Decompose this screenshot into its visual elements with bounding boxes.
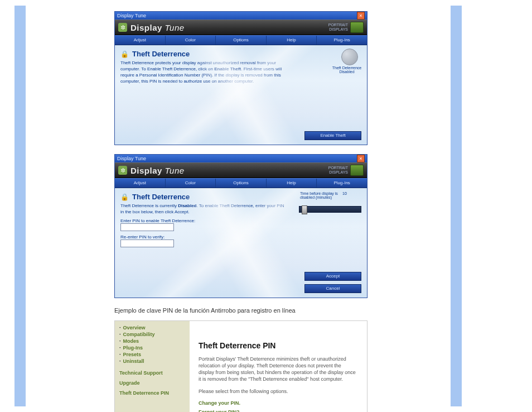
brand-vendor: PORTRAIT DISPLAYS [328,23,348,32]
brand-right: PORTRAIT DISPLAYS [328,165,364,176]
timer-value: 10 [342,191,347,195]
sidebar-item-compatibility[interactable]: Compatibility [119,331,185,338]
close-icon[interactable]: × [357,12,365,20]
link-forgot-pin[interactable]: Forgot your PIN? [199,409,358,412]
tab-adjust[interactable]: Adjust [115,179,166,188]
brand-name: Display [130,166,162,175]
section-heading: 🔒 Theft Deterrence [120,50,361,58]
enable-theft-button[interactable]: Enable Theft [304,131,361,140]
sidebar-item-plugins[interactable]: Plug-Ins [119,344,185,351]
timer-box: Time before display is disabled (minutes… [300,191,361,199]
shield-icon [341,49,358,65]
lock-icon: 🔒 [120,193,129,201]
button-row: Accept Cancel [304,272,361,293]
shield-status: Theft Deterrence Disabled [330,66,364,74]
brand-menu-button[interactable] [350,165,364,176]
brand-text: Display Tune [130,166,185,175]
button-row: Enable Theft [304,131,361,140]
tab-color[interactable]: Color [166,36,216,45]
pin-enter-label: Enter PIN to enable Theft Deterrence: [120,218,361,223]
slider-handle[interactable] [302,205,307,214]
link-change-pin[interactable]: Change your PIN. [199,400,358,406]
page-instruction: Please select from the following options… [199,388,358,395]
web-main: Theft Deterrence PIN Portrait Displays' … [190,321,367,412]
tab-adjust[interactable]: Adjust [115,36,166,45]
sidebar-link-support[interactable]: Technical Support [119,370,185,376]
sidebar-item-presets[interactable]: Presets [119,351,185,358]
pin-verify-label: Re-enter PIN to verify: [120,234,361,239]
brand-tune: Tune [165,166,185,175]
sidebar-link-upgrade[interactable]: Upgrade [119,380,185,386]
brand-menu-button[interactable] [350,22,364,33]
display-tune-window-1: Display Tune × ✲ Display Tune PORTRAIT D… [114,11,367,145]
brand-name: Display [130,23,162,32]
tab-color[interactable]: Color [166,179,216,188]
heading-text: Theft Deterrence [132,50,190,58]
window-body: 🔒 Theft Deterrence Theft Deterrence prot… [115,45,367,145]
brand-text: Display Tune [130,23,185,32]
page-description: Portrait Displays' Theft Deterrence mini… [199,356,358,382]
window-body: 🔒 Theft Deterrence Theft Deterrence is c… [115,188,367,298]
window-title: Display Tune [117,13,146,18]
brand-bar: ✲ Display Tune PORTRAIT DISPLAYS [115,162,367,178]
brand-logo-icon: ✲ [118,23,127,32]
margin-bar-left [14,6,26,406]
margin-bar-right [451,6,462,406]
pin-verify-input[interactable] [120,239,174,247]
tab-plugins[interactable]: Plug-Ins [317,36,367,45]
tab-help[interactable]: Help [267,36,317,45]
tab-options[interactable]: Options [216,36,267,45]
sidebar-item-overview[interactable]: Overview [119,324,185,331]
titlebar[interactable]: Display Tune × [115,155,367,162]
section-description: Theft Deterrence protects your display a… [120,60,288,84]
display-tune-window-2: Display Tune × ✲ Display Tune PORTRAIT D… [114,154,367,298]
pin-verify-field: Re-enter PIN to verify: [120,234,361,247]
tab-bar: Adjust Color Options Help Plug-Ins [115,178,367,188]
content-column: Display Tune × ✲ Display Tune PORTRAIT D… [114,11,371,412]
section-description: Theft Deterrence is currently Disabled. … [120,203,288,215]
timer-slider[interactable] [299,206,361,213]
brand-bar: ✲ Display Tune PORTRAIT DISPLAYS [115,20,367,35]
cancel-button[interactable]: Cancel [304,284,361,293]
figure-caption: Ejemplo de clave PIN de la función Antir… [114,307,371,314]
sidebar-nav-list: Overview Compatibility Modes Plug-Ins Pr… [119,324,185,365]
tab-bar: Adjust Color Options Help Plug-Ins [115,35,367,45]
web-sidebar: Overview Compatibility Modes Plug-Ins Pr… [115,321,190,412]
pin-enter-input[interactable] [120,223,174,231]
tab-help[interactable]: Help [267,179,317,188]
brand-vendor: PORTRAIT DISPLAYS [328,166,348,175]
web-panel: Overview Compatibility Modes Plug-Ins Pr… [114,320,367,412]
brand-right: PORTRAIT DISPLAYS [328,22,364,33]
desc-b: Disabled [178,203,196,208]
lock-icon: 🔒 [120,50,129,58]
window-title: Display Tune [117,156,146,161]
brand-logo-icon: ✲ [118,166,127,175]
page: Display Tune × ✲ Display Tune PORTRAIT D… [0,0,532,412]
timer-label: Time before display is disabled (minutes… [300,191,339,199]
page-title: Theft Deterrence PIN [199,341,358,350]
pin-enter-field: Enter PIN to enable Theft Deterrence: [120,218,361,231]
close-icon[interactable]: × [357,155,365,162]
sidebar-link-theft-pin[interactable]: Theft Deterrence PIN [119,390,185,396]
titlebar[interactable]: Display Tune × [115,12,367,20]
sidebar-item-modes[interactable]: Modes [119,338,185,344]
brand-tune: Tune [165,23,185,32]
desc-a: Theft Deterrence is currently [120,203,178,208]
sidebar-item-uninstall[interactable]: Uninstall [119,358,185,365]
accept-button[interactable]: Accept [304,272,361,281]
tab-options[interactable]: Options [216,179,267,188]
heading-text: Theft Deterrence [132,193,190,201]
desc-b: Enable Theft [214,66,241,71]
tab-plugins[interactable]: Plug-Ins [317,179,367,188]
